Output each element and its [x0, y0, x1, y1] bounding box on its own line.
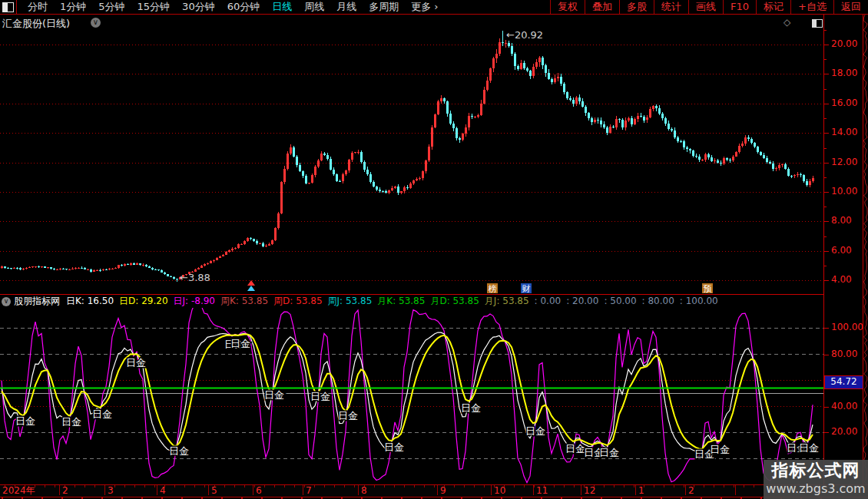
window-layout-icon[interactable] [2, 2, 14, 12]
candle-body[interactable] [462, 134, 464, 140]
candle-body[interactable] [717, 160, 719, 163]
toolbar-action-2[interactable]: 多股 [619, 0, 654, 14]
candle-body[interactable] [31, 266, 34, 267]
candle-body[interactable] [787, 169, 790, 176]
candle-body[interactable] [96, 270, 98, 271]
candle-body[interactable] [56, 269, 58, 270]
candle-body[interactable] [603, 124, 605, 127]
candlestick-chart[interactable]: ←20.92←3.88榜财预 [0, 15, 823, 295]
candle-body[interactable] [649, 109, 651, 117]
month-label-3[interactable]: 4 [160, 486, 166, 496]
candle-body[interactable] [517, 66, 519, 69]
toolbar-action-8[interactable]: 返回 [833, 0, 868, 14]
candle-body[interactable] [302, 171, 304, 176]
candle-body[interactable] [572, 100, 575, 104]
month-label-0[interactable]: 2024年 [2, 486, 35, 496]
candle-body[interactable] [305, 176, 307, 183]
candle-body[interactable] [680, 141, 682, 142]
candle-body[interactable] [686, 147, 688, 149]
candle-body[interactable] [391, 188, 393, 190]
month-label-8[interactable]: 9 [440, 486, 446, 496]
candle-body[interactable] [253, 239, 255, 241]
candle-body[interactable] [532, 67, 535, 76]
candle-body[interactable] [793, 175, 796, 176]
candle-body[interactable] [631, 118, 633, 124]
candle-body[interactable] [406, 187, 409, 188]
candle-body[interactable] [511, 46, 513, 54]
chevron-down-icon[interactable]: ∨ [91, 18, 101, 28]
candle-body[interactable] [130, 263, 132, 265]
candle-body[interactable] [231, 249, 234, 250]
candle-body[interactable] [382, 191, 384, 192]
candle-body[interactable] [317, 160, 320, 167]
candle-body[interactable] [588, 113, 590, 118]
candle-body[interactable] [585, 107, 587, 113]
candle-body[interactable] [237, 244, 240, 247]
month-label-1[interactable]: 2 [62, 486, 68, 496]
candle-body[interactable] [105, 269, 108, 270]
candle-body[interactable] [167, 274, 169, 276]
candle-body[interactable] [388, 190, 390, 193]
candle-body[interactable] [256, 241, 258, 243]
candle-body[interactable] [151, 268, 154, 269]
candle-body[interactable] [597, 120, 599, 121]
candle-body[interactable] [363, 162, 366, 170]
candle-body[interactable] [213, 260, 215, 261]
candle-body[interactable] [477, 115, 479, 117]
candle-body[interactable] [474, 117, 476, 117]
candle-body[interactable] [394, 187, 396, 188]
candle-body[interactable] [133, 263, 135, 265]
candle-body[interactable] [754, 143, 756, 146]
candle-body[interactable] [400, 191, 403, 193]
candle-body[interactable] [778, 165, 780, 168]
candle-body[interactable] [247, 238, 249, 241]
candle-body[interactable] [732, 157, 734, 160]
month-label-9[interactable]: 10 [494, 486, 505, 496]
candle-body[interactable] [314, 167, 316, 176]
candle-body[interactable] [108, 269, 111, 269]
candle-body[interactable] [204, 264, 206, 266]
candle-body[interactable] [729, 160, 731, 160]
period-tab-4[interactable]: 30分钟 [176, 0, 221, 14]
candle-body[interactable] [4, 266, 6, 268]
candle-body[interactable] [551, 79, 553, 83]
candle-body[interactable] [118, 265, 120, 268]
candle-body[interactable] [139, 263, 141, 265]
candle-body[interactable] [781, 164, 784, 165]
candle-body[interactable] [750, 139, 753, 143]
candle-body[interactable] [299, 165, 301, 171]
candle-body[interactable] [342, 174, 344, 181]
candle-body[interactable] [671, 129, 673, 131]
candle-body[interactable] [320, 154, 323, 160]
candle-body[interactable] [809, 181, 811, 186]
candle-body[interactable] [495, 54, 498, 58]
collapse-chevron-icon[interactable]: ∨ [2, 297, 11, 306]
candle-body[interactable] [176, 279, 178, 279]
minimap-strip[interactable] [863, 15, 868, 497]
candle-body[interactable] [336, 174, 338, 182]
candle-body[interactable] [591, 118, 593, 122]
candle-body[interactable] [409, 183, 412, 188]
candle-body[interactable] [154, 269, 157, 270]
candle-body[interactable] [674, 131, 676, 137]
toolbar-action-0[interactable]: 复权 [550, 0, 585, 14]
candle-body[interactable] [594, 120, 596, 122]
candle-body[interactable] [508, 43, 510, 46]
candle-body[interactable] [760, 152, 762, 154]
candle-body[interactable] [711, 157, 713, 161]
period-tab-7[interactable]: 周线 [298, 0, 330, 14]
toolbar-action-7[interactable]: +自选 [790, 0, 833, 14]
month-label-5[interactable]: 6 [256, 486, 262, 496]
candle-body[interactable] [505, 43, 507, 44]
candle-body[interactable] [612, 127, 615, 127]
candle-body[interactable] [111, 269, 114, 269]
period-tab-5[interactable]: 60分钟 [221, 0, 267, 14]
candle-body[interactable] [643, 117, 645, 121]
candle-body[interactable] [618, 119, 621, 120]
kdj-chart[interactable]: 日金日金日金日金日金日金日金日金日金日金日金日金日金日金日金日金日金日金日金日金 [0, 308, 823, 484]
candle-body[interactable] [465, 127, 467, 134]
candle-body[interactable] [87, 269, 89, 270]
candle-body[interactable] [772, 164, 774, 170]
candle-body[interactable] [569, 98, 571, 100]
candle-body[interactable] [262, 243, 264, 246]
